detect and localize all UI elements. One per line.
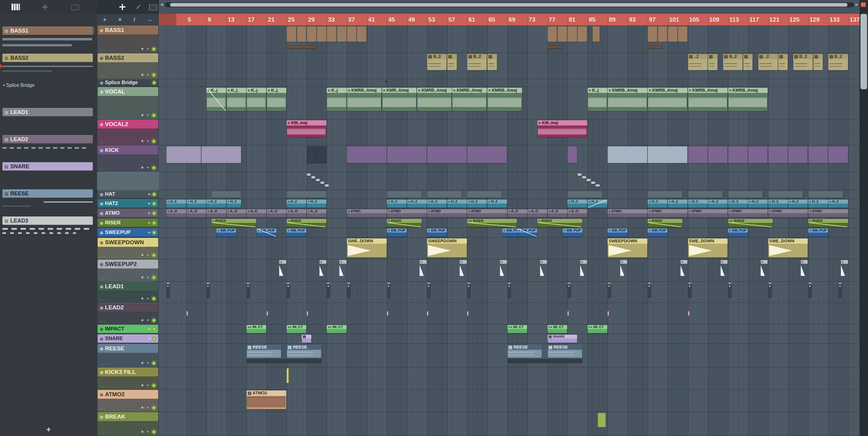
clip-bass2[interactable]: ▤ B..2 (828, 54, 848, 70)
clip-sweepup2[interactable]: » (801, 260, 808, 280)
clip-hat[interactable] (427, 191, 462, 198)
track-name-splice[interactable]: ◉Splice Bridge (98, 79, 158, 86)
track-name-reese[interactable]: ◉REESE (98, 344, 158, 353)
hscroll-right-icon[interactable]: ▶ (855, 2, 858, 7)
clip-vocal[interactable]: » KMRB..Amaj (728, 88, 768, 111)
clip-kick[interactable] (567, 146, 577, 163)
clip-lead1[interactable] (688, 283, 691, 298)
clip-bass1[interactable] (347, 26, 356, 42)
clip-hat2[interactable]: » H..2 (808, 200, 828, 208)
track-dropdown-icon[interactable]: ▼ (146, 430, 150, 434)
clip-atmo[interactable]: » A..O (567, 209, 587, 217)
clip-vocal[interactable]: » K..j (588, 88, 607, 111)
clip-vocal[interactable]: » K..j (207, 88, 226, 111)
track-enable-led[interactable] (152, 231, 156, 235)
clip-kick[interactable] (688, 146, 708, 163)
clip-lead1[interactable] (808, 283, 812, 298)
track-enable-led[interactable] (152, 202, 156, 206)
clip-ghost[interactable] (587, 179, 590, 181)
stretch-icon[interactable]: ↔ (147, 16, 153, 23)
clip-lead1[interactable] (247, 283, 250, 298)
lane-hat2[interactable]: » H..2» H..2» H..2» H..2» H..2» H..2» H.… (159, 199, 860, 209)
track-enable-led[interactable] (152, 113, 156, 117)
clip-hat[interactable] (808, 191, 843, 198)
track-enable-led[interactable] (152, 47, 156, 51)
target-icon[interactable]: + (141, 138, 144, 144)
track-dropdown-icon[interactable]: ▼ (146, 318, 150, 322)
clip-atmo[interactable]: » ATMO (808, 209, 848, 217)
clip-riser[interactable]: » RISER (537, 219, 582, 227)
lane-riser[interactable]: » RISER» RISER» RISER»» RISER» RISER» RI… (159, 218, 860, 228)
clip-kick[interactable] (788, 146, 808, 163)
clip-bass1[interactable] (327, 26, 336, 42)
track-enable-led[interactable] (152, 406, 156, 410)
add-icon[interactable]: + (103, 16, 106, 23)
clip-lead1[interactable] (166, 283, 170, 298)
clip-kick[interactable] (728, 146, 748, 163)
track-name-vocal[interactable]: ◉VOCAL (98, 87, 158, 96)
clip-vocal[interactable]: » KMRB..Amaj (487, 88, 522, 111)
track-name-sweepup2[interactable]: ◉SWEEPUP2 (98, 260, 158, 269)
clip-bass2[interactable]: ▤ (487, 54, 497, 70)
clip-sweepdown[interactable]: SWE..DOWN (768, 238, 808, 258)
clip-vocal[interactable]: » KMRB..Amaj (608, 88, 647, 111)
clip-bass1[interactable] (648, 26, 657, 42)
clip-hat2[interactable]: » H..2 (828, 200, 848, 208)
clip-atmo[interactable]: » A..O (227, 209, 246, 217)
detach-icon[interactable] (42, 4, 48, 10)
track-name-hat2[interactable]: ◉HAT2+ (98, 199, 158, 208)
clip-vocal[interactable]: » K..j (227, 88, 246, 111)
clip-bass2[interactable]: ▤ (778, 54, 788, 70)
clip-hat2[interactable]: » H..2 (307, 200, 327, 208)
lane-hat[interactable] (159, 190, 860, 199)
clip-lead2[interactable] (688, 311, 689, 316)
clip-sweepup[interactable]: » SW..PUP (216, 229, 236, 237)
clip-ghost[interactable] (582, 176, 586, 178)
clip-bass1[interactable] (297, 26, 307, 42)
clip-sweepup2[interactable]: » (681, 260, 687, 280)
clip-sweepup[interactable]: » SW..PUP (728, 229, 748, 237)
clip-bass2[interactable]: ▤ (743, 54, 753, 70)
clip-hat[interactable] (648, 191, 682, 198)
target-icon[interactable]: + (141, 46, 144, 52)
timeline-ruler[interactable]: 5913172125293337414549535761656973778185… (159, 14, 860, 26)
clip-reese[interactable]: ▤ REESE (247, 345, 281, 358)
track-enable-led[interactable] (152, 383, 156, 387)
track-enable-led[interactable] (152, 81, 156, 85)
clip-riser[interactable]: » RISER (387, 219, 422, 227)
clip-bass1[interactable] (668, 26, 678, 42)
lane-break[interactable] (159, 412, 860, 436)
target-icon[interactable]: + (141, 165, 144, 170)
track-dropdown-icon[interactable]: ▼ (146, 297, 150, 300)
clip-hat2[interactable]: » H..2 (407, 200, 427, 208)
picker-item-splice-bridge[interactable]: • Splice Bridge (3, 83, 34, 88)
clip-sweepup2[interactable]: » (279, 260, 286, 280)
clip-kick[interactable] (387, 146, 427, 163)
clip-kick[interactable] (317, 146, 327, 163)
lane-atmo[interactable]: » A..O» A..O» A..O» A..O» A..O» A..O» A.… (159, 209, 860, 218)
clip-atmo[interactable]: » A..O (207, 209, 226, 217)
track-dropdown-icon[interactable]: ▼ (146, 253, 150, 257)
clip-hat2[interactable]: » H..2 (648, 200, 667, 208)
clip-hat2[interactable]: » H..2 (487, 200, 507, 208)
clip-ghost[interactable] (316, 179, 320, 181)
track-enable-led[interactable] (152, 253, 156, 257)
clip-sweepup[interactable]: » SW..PUP (287, 229, 306, 237)
clip-hat2[interactable]: » H..2 (447, 200, 467, 208)
clip-atmo[interactable]: » ATMO (648, 209, 687, 217)
clip-atmo[interactable]: » ATMO (347, 209, 387, 217)
slip-icon[interactable]: / (133, 16, 135, 23)
clip-bass1[interactable] (548, 45, 562, 49)
clip-kick[interactable] (467, 146, 507, 163)
clip-lead1[interactable] (768, 283, 772, 298)
clip-lead1[interactable] (387, 283, 390, 298)
track-name-atmo[interactable]: ◉ATMO+ (98, 209, 158, 217)
clip-bass1[interactable] (592, 26, 599, 42)
clip-vocal[interactable]: » K..j (327, 88, 346, 111)
clip-vocal[interactable]: » KMRB..Amaj (688, 88, 728, 111)
target-icon[interactable]: + (148, 230, 150, 235)
clip-snare[interactable]: ▤ SNARE (548, 335, 577, 343)
clip-sweepup[interactable]: » SW..PUP (608, 229, 627, 237)
lane-vocal[interactable]: » K..j» K..j» K..j» K..j» K..j» KMRB..Am… (159, 87, 860, 119)
track-name-vocal2[interactable]: ◉VOCAL2 (98, 120, 158, 129)
